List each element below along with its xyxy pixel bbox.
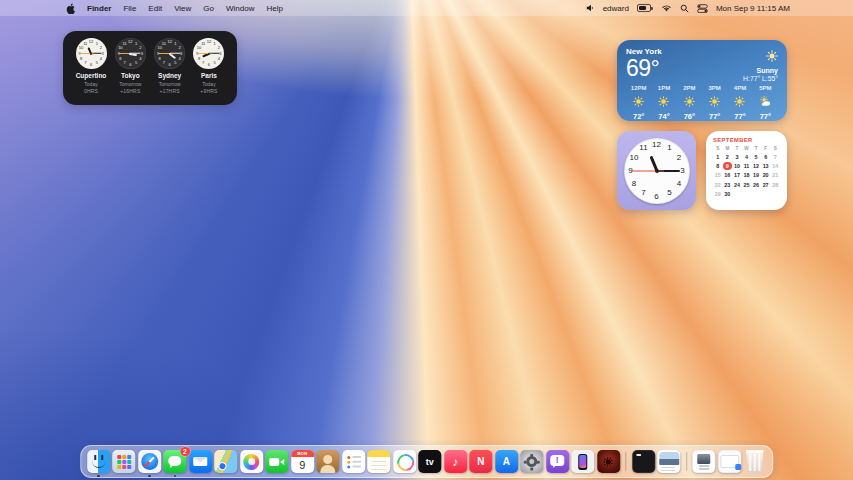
clock-numeral: 7 (163, 61, 165, 65)
menu-bar: FinderFileEditViewGoWindowHelp edward Mo… (0, 0, 853, 16)
calendar-weekday-header: T (751, 145, 761, 153)
calendar-day: 8 (713, 162, 723, 171)
world-clock-paris: 123456789101112ParisToday+9HRS (190, 38, 228, 100)
calendar-day: 3 (732, 153, 742, 162)
clock-numeral: 7 (202, 61, 204, 65)
weather-widget[interactable]: New York 69° Sunny H:77° L:55° 12PM72°1P… (617, 40, 787, 121)
calendar-day: 2 (723, 153, 733, 162)
sunny-icon (766, 48, 778, 66)
menu-status: edward Mon Sep 9 11:15 AM (586, 4, 790, 13)
safari-icon[interactable] (138, 450, 161, 473)
news-icon[interactable]: N (469, 450, 492, 473)
apple-menu[interactable] (66, 3, 75, 14)
menu-item-file[interactable]: File (123, 4, 136, 13)
clock-numeral: 6 (654, 193, 658, 201)
world-clock-day-label: Today (202, 81, 215, 87)
messages-icon[interactable]: 2 (163, 450, 186, 473)
world-clock-offset-label: 0HRS (84, 88, 98, 94)
downloads-stack-icon[interactable] (718, 450, 741, 473)
clock-numeral: 8 (119, 57, 121, 61)
clock-numeral: 1 (667, 144, 671, 152)
trash-icon[interactable] (743, 450, 766, 473)
clock-numeral: 6 (90, 63, 92, 67)
control-center-icon[interactable] (697, 4, 708, 13)
battery-icon[interactable] (637, 4, 653, 12)
facetime-icon[interactable] (265, 450, 288, 473)
clock-numeral: 10 (118, 46, 122, 50)
clock-numeral: 11 (201, 42, 205, 46)
system-settings-icon[interactable] (520, 450, 543, 473)
desktop: FinderFileEditViewGoWindowHelp edward Mo… (0, 0, 853, 480)
clock-numeral: 12 (167, 40, 171, 44)
reminders-icon[interactable] (342, 450, 365, 473)
hourly-forecast-cell: 4PM77° (727, 85, 752, 121)
music-icon[interactable]: ♪ (444, 450, 467, 473)
minimized-preview-window-icon[interactable] (657, 450, 680, 473)
clock-numeral: 10 (197, 46, 201, 50)
calendar-weekday-header: S (770, 145, 780, 153)
wifi-icon[interactable] (661, 4, 672, 12)
volume-icon[interactable] (586, 4, 595, 12)
menu-item-go[interactable]: Go (203, 4, 214, 13)
menu-item-window[interactable]: Window (226, 4, 254, 13)
calendar-day: 23 (723, 180, 733, 189)
mail-icon[interactable] (189, 450, 212, 473)
calendar-month-label: SEPTEMBER (713, 137, 780, 143)
hourly-forecast-cell: 1PM74° (651, 85, 676, 121)
world-clock-city-label: Cupertino (76, 72, 107, 79)
menu-item-help[interactable]: Help (266, 4, 282, 13)
clock-numeral: 1 (135, 42, 137, 46)
documents-stack-icon[interactable] (692, 450, 715, 473)
world-clock-sydney: 123456789101112SydneyTomorrow+17HRS (151, 38, 189, 100)
world-clock-offset-label: +9HRS (200, 88, 217, 94)
clock-numeral: 4 (100, 57, 102, 61)
menu-left: FinderFileEditViewGoWindowHelp (66, 3, 283, 14)
menu-item-edit[interactable]: Edit (148, 4, 162, 13)
freeform-icon[interactable] (393, 450, 416, 473)
sun-icon (684, 93, 695, 111)
photos-icon[interactable] (240, 450, 263, 473)
calendar-icon[interactable]: MON9 (291, 450, 314, 473)
search-icon[interactable] (680, 4, 689, 13)
clock-numeral: 10 (79, 46, 83, 50)
world-clock-cupertino: 123456789101112CupertinoToday0HRS (72, 38, 110, 100)
feedback-assistant-icon[interactable]: ! (546, 450, 569, 473)
menu-clock[interactable]: Mon Sep 9 11:15 AM (716, 4, 790, 13)
launchpad-icon[interactable] (112, 450, 135, 473)
apple-tv-icon[interactable]: tv (418, 450, 441, 473)
hourly-time: 2PM (683, 85, 695, 91)
clock-numeral: 8 (80, 57, 82, 61)
app-store-icon[interactable]: A (495, 450, 518, 473)
game-app-icon[interactable] (597, 450, 620, 473)
clock-numeral: 5 (174, 61, 176, 65)
clock-numeral: 2 (677, 154, 681, 162)
minimized-terminal-window-icon[interactable] (632, 450, 655, 473)
calendar-widget[interactable]: SEPTEMBER SMTWTFS12345678910111213141516… (706, 131, 787, 210)
calendar-day: 24 (732, 180, 742, 189)
clock-numeral: 12 (652, 141, 661, 149)
notes-icon[interactable] (367, 450, 390, 473)
contacts-icon[interactable] (316, 450, 339, 473)
world-clock-face: 123456789101112 (115, 38, 146, 69)
hourly-time: 1PM (658, 85, 670, 91)
calendar-day: 19 (751, 171, 761, 180)
user-menu[interactable]: edward (603, 4, 629, 13)
weather-condition: Sunny (757, 67, 778, 74)
clock-numeral: 5 (667, 189, 671, 197)
world-clock-tokyo: 123456789101112TokyoTomorrow+16HRS (111, 38, 149, 100)
calendar-day: 29 (713, 189, 723, 198)
hourly-forecast-cell: 5PM77° (753, 85, 778, 121)
dock-separator (686, 452, 687, 471)
clock-numeral: 4 (139, 57, 141, 61)
maps-icon[interactable] (214, 450, 237, 473)
world-clock-widget[interactable]: 123456789101112CupertinoToday0HRS1234567… (63, 31, 237, 105)
hourly-temp: 77° (709, 112, 720, 121)
running-indicator (97, 475, 100, 478)
menu-item-finder[interactable]: Finder (87, 4, 111, 13)
iphone-mirroring-icon[interactable] (571, 450, 594, 473)
finder-icon[interactable] (87, 450, 110, 473)
clock-numeral: 4 (677, 180, 681, 188)
menu-item-view[interactable]: View (174, 4, 191, 13)
world-clock-day-label: Today (84, 81, 97, 87)
clock-widget[interactable]: 123456789101112 (617, 131, 696, 210)
